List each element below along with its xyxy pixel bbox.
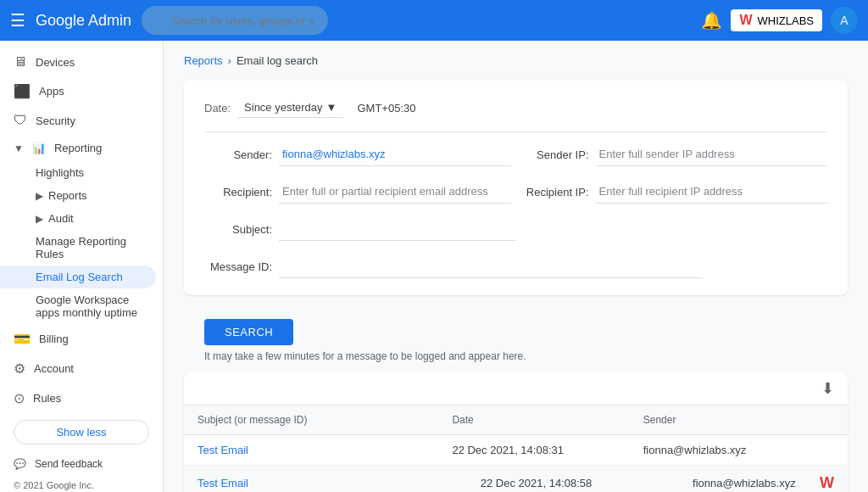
notification-icon[interactable]: 🔔 [701,10,722,31]
message-id-input[interactable] [279,254,703,278]
whizlabs-logo-icon: W [739,13,752,28]
result-sender-1: fionna@whizlabs.xyzW [693,474,834,492]
recipient-ip-input[interactable] [596,180,828,204]
recipient-input[interactable] [279,180,511,204]
sidebar-label-manage-rules: Manage Reporting Rules [36,235,126,260]
sidebar-label-security: Security [36,115,75,127]
date-value: Since yesterday [244,101,323,114]
sidebar-item-reporting[interactable]: ▼ 📊 Reporting [0,135,163,161]
date-chevron-icon: ▼ [326,101,337,114]
app-logo: Google Admin [36,12,131,30]
recipient-ip-group: Recipient IP: [521,180,828,204]
sidebar-label-highlights: Highlights [36,166,84,179]
sidebar-label-billing: Billing [39,333,69,345]
logo-text: Google Admin [36,12,131,30]
whizlabs-label: WHIZLABS [758,14,814,27]
reporting-icon: 📊 [32,142,46,154]
menu-icon[interactable]: ☰ [10,10,25,31]
main-content: Reports › Email log search Date: Since y… [164,41,868,492]
result-date-1: 22 Dec 2021, 14:08:58 [481,477,693,489]
sidebar-item-rules[interactable]: ⊙ Rules [0,383,156,413]
copyright-text: © 2021 Google Inc. [14,480,94,490]
search-input[interactable] [142,6,328,35]
sidebar-item-manage-rules[interactable]: Manage Reporting Rules [0,230,156,266]
sender-group: Sender: [204,143,511,166]
subject-input[interactable] [279,217,516,241]
feedback-icon: 💬 [14,458,26,470]
sidebar-item-reports[interactable]: ▶ Reports [0,184,156,207]
result-subject-1[interactable]: Test Email [198,477,248,489]
sender-ip-input[interactable] [596,143,828,166]
date-label: Date: [204,102,231,115]
recipient-group: Recipient: [204,180,511,204]
sidebar-item-gws-monthly[interactable]: Google Workspace apps monthly uptime [0,288,156,324]
sender-ip-group: Sender IP: [521,143,828,166]
table-row: Test Email 22 Dec 2021, 14:08:58 fionna@… [184,466,848,492]
table-row: Test Email 22 Dec 2021, 14:08:31 fionna@… [184,435,848,466]
security-icon: 🛡 [14,113,27,128]
sidebar-item-highlights[interactable]: Highlights [0,161,156,184]
account-icon: ⚙ [14,361,25,377]
rules-icon: ⊙ [14,390,25,406]
col-header-subject: Subject (or message ID) [198,414,452,426]
sender-input[interactable] [279,143,511,166]
col-header-date: Date [452,414,643,426]
result-sender-0: fionna@whizlabs.xyz [643,444,834,456]
results-card: ⬇ Subject (or message ID) Date Sender Te… [184,372,848,492]
message-id-group: Message ID: [204,254,703,278]
chevron-right-icon2: ▶ [36,213,43,225]
breadcrumb-separator: › [228,54,231,67]
sidebar-item-security[interactable]: 🛡 Security [0,106,156,135]
subject-label: Subject: [204,223,272,236]
recipient-row: Recipient: Recipient IP: [204,180,827,204]
whizlabs-badge: W WHIZLABS [731,9,822,31]
sidebar-item-devices[interactable]: 🖥 Devices [0,48,156,76]
footer-links: © 2021 Google Inc. Terms of service · Bi… [0,477,163,492]
subject-group: Subject: [204,217,516,241]
sidebar-label-email-log: Email Log Search [36,271,123,283]
col-header-sender: Sender [643,414,834,426]
search-section: SEARCH It may take a few minutes for a m… [184,309,848,372]
topbar: ☰ Google Admin 🔍 🔔 W WHIZLABS A [0,0,868,41]
sidebar-label-apps: Apps [39,85,64,98]
date-row: Date: Since yesterday ▼ GMT+05:30 [204,98,827,118]
date-select[interactable]: Since yesterday ▼ [237,98,343,118]
devices-icon: 🖥 [14,54,27,70]
chevron-down-icon: ▼ [14,143,24,154]
subject-row: Subject: [204,217,827,241]
apps-icon: ⬛ [14,83,31,99]
avatar[interactable]: A [831,7,858,34]
sidebar-label-rules: Rules [33,392,61,405]
sidebar-item-audit[interactable]: ▶ Audit [0,207,156,230]
sidebar-label-reports: Reports [48,189,87,202]
result-date-0: 22 Dec 2021, 14:08:31 [452,444,643,456]
results-toolbar: ⬇ [184,372,848,405]
sidebar-label-audit: Audit [48,212,74,225]
sidebar-item-billing[interactable]: 💳 Billing [0,324,156,354]
search-note: It may take a few minutes for a message … [204,350,526,362]
result-subject-0[interactable]: Test Email [198,444,248,456]
sidebar-item-account[interactable]: ⚙ Account [0,354,156,383]
sidebar-label-devices: Devices [36,56,75,69]
main-layout: 🖥 Devices ⬛ Apps 🛡 Security ▼ 📊 Reportin… [0,41,868,492]
send-feedback-button[interactable]: 💬 Send feedback [0,451,163,477]
topbar-right: 🔔 W WHIZLABS A [701,7,858,34]
sidebar-item-email-log-search[interactable]: Email Log Search [0,266,156,288]
sender-row: Sender: Sender IP: [204,143,827,166]
sender-label: Sender: [204,148,272,161]
sidebar-label-gws: Google Workspace apps monthly uptime [36,294,137,319]
send-feedback-label: Send feedback [35,458,103,470]
show-less-button[interactable]: Show less [14,420,149,444]
sender-ip-label: Sender IP: [521,148,589,161]
table-header: Subject (or message ID) Date Sender [184,405,848,435]
form-divider [204,131,827,132]
billing-icon: 💳 [14,331,31,347]
search-container: 🔍 [142,6,565,35]
chevron-right-icon: ▶ [36,190,43,202]
breadcrumb-parent[interactable]: Reports [184,54,223,67]
search-button[interactable]: SEARCH [204,319,293,345]
sidebar-item-apps[interactable]: ⬛ Apps [0,76,156,106]
download-icon[interactable]: ⬇ [821,379,834,398]
timezone-label: GMT+05:30 [357,102,415,115]
message-id-label: Message ID: [204,260,272,273]
